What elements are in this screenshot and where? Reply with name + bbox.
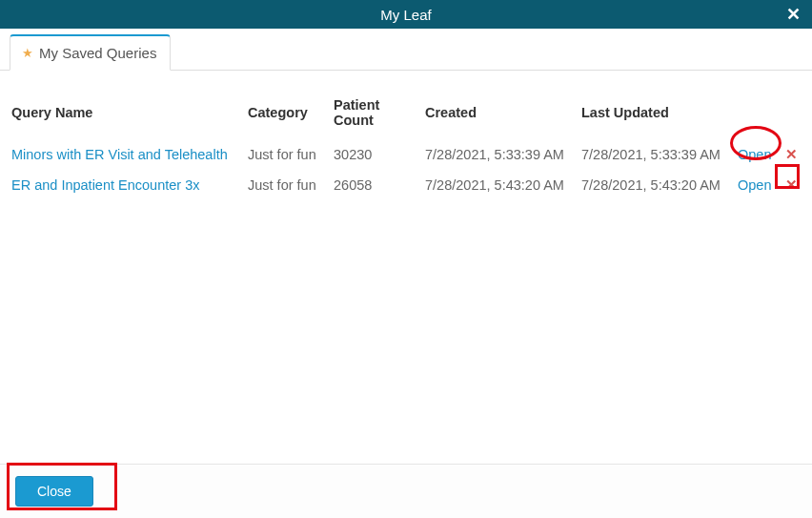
col-query-name: Query Name	[11, 90, 248, 139]
query-name-link[interactable]: Minors with ER Visit and Telehealth	[11, 147, 228, 162]
close-button[interactable]: Close	[15, 476, 93, 507]
cell-last-updated: 7/28/2021, 5:43:20 AM	[581, 170, 738, 200]
col-patient-count: Patient Count	[334, 90, 425, 139]
open-link[interactable]: Open	[738, 177, 771, 193]
delete-row-icon[interactable]: ✕	[782, 147, 798, 162]
tabstrip: ★ My Saved Queries	[0, 29, 812, 71]
saved-queries-table-wrap: Query Name Category Patient Count Create…	[0, 71, 812, 200]
dialog-footer: Close	[0, 464, 812, 518]
cell-last-updated: 7/28/2021, 5:33:39 AM	[581, 139, 738, 170]
titlebar: My Leaf ✕	[0, 0, 812, 29]
cell-patient-count: 26058	[334, 170, 425, 200]
cell-created: 7/28/2021, 5:43:20 AM	[425, 170, 581, 200]
cell-category: Just for fun	[248, 170, 334, 200]
col-category: Category	[248, 90, 334, 139]
col-created: Created	[425, 90, 581, 139]
cell-patient-count: 30230	[334, 139, 425, 170]
cell-created: 7/28/2021, 5:33:39 AM	[425, 139, 581, 170]
open-link[interactable]: Open	[738, 147, 771, 162]
saved-queries-table: Query Name Category Patient Count Create…	[11, 90, 801, 200]
table-row: ER and Inpatient Encounter 3x Just for f…	[11, 170, 801, 200]
table-header-row: Query Name Category Patient Count Create…	[11, 90, 801, 139]
titlebar-close-icon[interactable]: ✕	[786, 0, 801, 29]
col-last-updated: Last Updated	[581, 90, 738, 139]
tab-my-saved-queries[interactable]: ★ My Saved Queries	[10, 34, 171, 71]
star-icon: ★	[22, 46, 33, 60]
cell-category: Just for fun	[248, 139, 334, 170]
query-name-link[interactable]: ER and Inpatient Encounter 3x	[11, 177, 200, 193]
delete-row-icon[interactable]: ✕	[782, 177, 798, 193]
tab-label: My Saved Queries	[39, 45, 156, 61]
table-row: Minors with ER Visit and Telehealth Just…	[11, 139, 801, 170]
titlebar-title: My Leaf	[380, 7, 431, 23]
